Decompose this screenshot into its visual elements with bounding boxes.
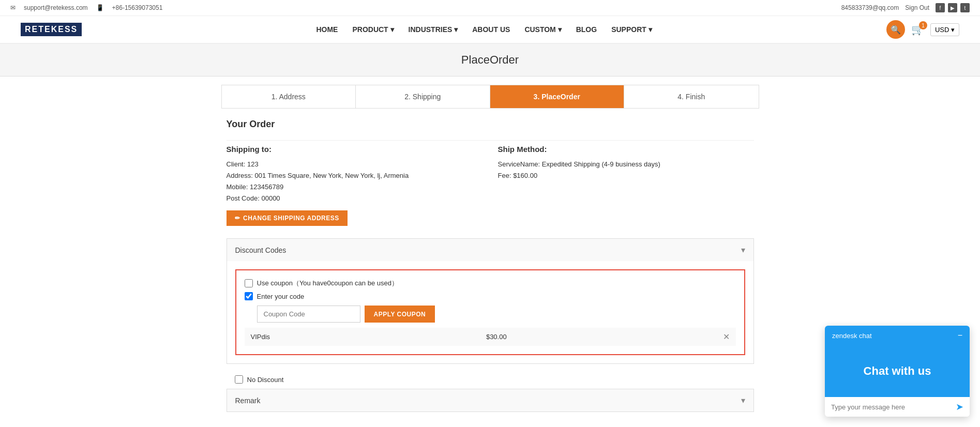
nav-product[interactable]: PRODUCT ▾ [352, 25, 394, 34]
no-discount-checkbox[interactable] [235, 375, 243, 384]
facebook-icon[interactable]: f [936, 3, 945, 12]
postcode-info: Post Code: 00000 [227, 193, 483, 204]
discount-section: Discount Codes ▾ Use coupon（You have0cou… [227, 238, 754, 364]
remark-section-label: Remark [235, 396, 261, 405]
enter-code-checkbox[interactable] [245, 292, 253, 300]
step-shipping[interactable]: 2. Shipping [356, 85, 490, 108]
ship-method-block: Ship Method: ServiceName: Expedited Ship… [498, 145, 754, 226]
enter-code-label: Enter your code [257, 293, 305, 300]
step-address[interactable]: 1. Address [222, 85, 356, 108]
chat-input-area: ➤ [825, 397, 970, 417]
page-title: PlaceOrder [9, 53, 971, 67]
social-icons: f ▶ t [936, 3, 970, 12]
coupon-box: Use coupon（You have0coupon can be used） … [235, 269, 745, 355]
order-section-title: Your Order [227, 119, 754, 130]
cart-button[interactable]: 🛒 1 [911, 23, 924, 36]
page-title-bar: PlaceOrder [0, 44, 980, 77]
service-name-info: ServiceName: Expedited Shipping (4-9 bus… [498, 159, 754, 170]
logo[interactable]: RETEKESS [21, 23, 82, 36]
chat-body: Chat with us [825, 345, 970, 397]
use-coupon-checkbox[interactable] [245, 279, 253, 287]
no-discount-label: No Discount [247, 376, 284, 384]
chat-header-left: zendesk chat [832, 332, 872, 340]
top-bar: ✉ support@retekess.com 📱 +86-15639073051… [0, 0, 980, 16]
chat-title: zendesk chat [832, 332, 872, 340]
step-finish[interactable]: 4. Finish [624, 85, 759, 108]
coupon-input-row: APPLY COUPON [245, 306, 736, 323]
user-email: 845833739@qq.com [841, 4, 899, 11]
sign-out-link[interactable]: Sign Out [905, 4, 929, 11]
edit-icon: ✏ [235, 215, 240, 222]
address-info: Address: 001 Times Square, New York, New… [227, 170, 483, 181]
mobile-info: Mobile: 123456789 [227, 181, 483, 193]
remark-section: Remark ▾ [227, 389, 754, 412]
step-placeorder[interactable]: 3. PlaceOrder [490, 85, 625, 108]
top-bar-left: ✉ support@retekess.com 📱 +86-15639073051 [10, 4, 162, 11]
chat-widget: zendesk chat − Chat with us ➤ [825, 326, 970, 417]
nav-home[interactable]: HOME [316, 25, 338, 34]
currency-selector[interactable]: USD ▾ [930, 23, 959, 36]
main-nav: HOME PRODUCT ▾ INDUSTRIES ▾ ABOUT US CUS… [316, 25, 652, 34]
chat-message-input[interactable] [831, 403, 952, 411]
use-coupon-label: Use coupon（You have0coupon can be used） [257, 279, 398, 288]
no-discount-row: No Discount [227, 370, 754, 389]
remark-section-header[interactable]: Remark ▾ [227, 389, 753, 411]
twitter-icon[interactable]: t [960, 3, 970, 12]
support-email: support@retekess.com [24, 4, 88, 11]
nav-blog[interactable]: BLOG [576, 25, 597, 34]
coupon-code-input[interactable] [257, 306, 360, 323]
chat-minimize-button[interactable]: − [958, 331, 962, 340]
apply-coupon-button[interactable]: APPLY COUPON [365, 306, 435, 323]
change-address-button[interactable]: ✏ CHANGE SHIPPING ADDRESS [227, 210, 348, 226]
coupon-name: VIPdis [251, 333, 270, 341]
cart-badge: 1 [919, 21, 927, 29]
checkout-steps: 1. Address 2. Shipping 3. PlaceOrder 4. … [221, 85, 759, 109]
nav-industries[interactable]: INDUSTRIES ▾ [409, 25, 458, 34]
logo-text: RETEKESS [21, 23, 82, 36]
support-phone: +86-15639073051 [112, 4, 163, 11]
youtube-icon[interactable]: ▶ [948, 3, 957, 12]
ship-method-title: Ship Method: [498, 145, 754, 154]
shipping-to-title: Shipping to: [227, 145, 483, 154]
coupon-value: $30.00 [486, 333, 507, 341]
chat-header: zendesk chat − [825, 326, 970, 345]
fee-info: Fee: $160.00 [498, 170, 754, 181]
chat-body-text: Chat with us [864, 364, 931, 378]
coupon-result-row: VIPdis $30.00 ✕ [245, 328, 736, 346]
nav-custom[interactable]: CUSTOM ▾ [524, 25, 561, 34]
enter-code-row: Enter your code [245, 292, 736, 300]
order-grid: Shipping to: Client: 123 Address: 001 Ti… [227, 145, 754, 226]
nav-about-us[interactable]: ABOUT US [472, 25, 510, 34]
search-button[interactable]: 🔍 [886, 20, 905, 39]
use-coupon-row: Use coupon（You have0coupon can be used） [245, 279, 736, 288]
discount-section-header[interactable]: Discount Codes ▾ [227, 239, 753, 261]
client-info: Client: 123 [227, 159, 483, 170]
discount-section-body: Use coupon（You have0coupon can be used） … [227, 261, 753, 363]
chat-send-button[interactable]: ➤ [956, 401, 963, 413]
shipping-info-block: Shipping to: Client: 123 Address: 001 Ti… [227, 145, 483, 226]
discount-section-label: Discount Codes [235, 246, 287, 254]
main-content: Your Order Shipping to: Client: 123 Addr… [221, 119, 759, 412]
phone-icon: 📱 [96, 4, 104, 11]
remark-chevron-icon: ▾ [741, 395, 745, 405]
coupon-remove-button[interactable]: ✕ [723, 332, 730, 342]
top-bar-right: 845833739@qq.com Sign Out f ▶ t [841, 3, 970, 12]
nav-support[interactable]: SUPPORT ▾ [611, 25, 652, 34]
header-right: 🔍 🛒 1 USD ▾ [886, 20, 959, 39]
chevron-down-icon: ▾ [741, 245, 745, 255]
email-icon: ✉ [10, 4, 16, 11]
header: RETEKESS HOME PRODUCT ▾ INDUSTRIES ▾ ABO… [0, 16, 980, 44]
